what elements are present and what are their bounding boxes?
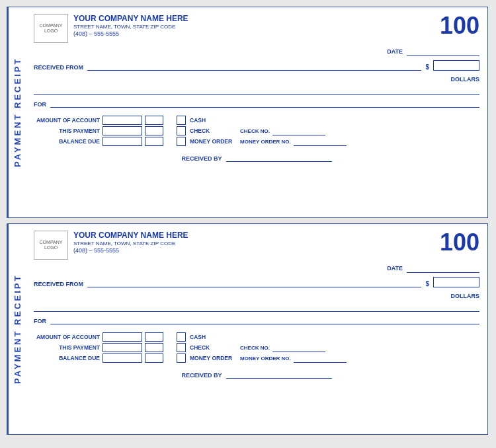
logo-line1-1: COMPANY	[40, 240, 63, 245]
pm-extra-input-1-1[interactable]	[272, 343, 325, 352]
pm-checkbox-0-0[interactable]	[177, 116, 186, 125]
acct-label-1-0: AMOUNT OF ACCOUNT	[34, 334, 100, 340]
acct-box-0-2[interactable]	[103, 137, 142, 146]
pm-label-1-2: MONEY ORDER	[190, 355, 236, 361]
company-phone-1: (408) – 555-5555	[73, 247, 188, 254]
for-input-0[interactable]	[50, 98, 479, 108]
pm-label-0-0: CASH	[190, 117, 236, 124]
logo-box-0: COMPANY LOGO	[34, 14, 68, 43]
received-from-label-1: RECEIVED FROM	[34, 281, 83, 287]
company-name-1: YOUR COMPANY NAME HERE	[73, 231, 188, 240]
logo-line2-0: LOGO	[44, 28, 58, 34]
dollars-label-row-1: DOLLARS	[34, 289, 479, 301]
for-row-1: FOR	[34, 315, 479, 324]
acct-box-0-1[interactable]	[103, 126, 142, 135]
acct-box2-0-1[interactable]	[145, 126, 163, 135]
acct-box-1-0[interactable]	[103, 332, 142, 342]
received-from-input-1[interactable]	[87, 278, 421, 287]
dollars-label-1: DOLLARS	[451, 293, 480, 299]
pm-checkbox-1-0[interactable]	[177, 332, 186, 342]
pm-extra-input-0-2[interactable]	[294, 137, 347, 146]
receipt-body-1: COMPANY LOGO YOUR COMPANY NAME HERE STRE…	[26, 224, 487, 434]
acct-box2-1-1[interactable]	[145, 343, 163, 352]
pm-extra-1-1: CHECK NO.	[240, 343, 325, 352]
pm-checkbox-0-1[interactable]	[177, 126, 186, 135]
receipts-container: PAYMENT RECEIPT COMPANY LOGO YOUR COMPAN…	[7, 7, 489, 435]
bottom-section-0: AMOUNT OF ACCOUNT THIS PAYMENT BALANCE	[34, 116, 479, 146]
received-by-input-0[interactable]	[226, 153, 332, 162]
pm-checkbox-1-2[interactable]	[177, 354, 186, 363]
dollar-sign-1: $	[425, 280, 429, 287]
acct-box-0-0[interactable]	[103, 116, 142, 125]
account-row-0-1: THIS PAYMENT	[34, 126, 163, 135]
header-row-1: COMPANY LOGO YOUR COMPANY NAME HERE STRE…	[34, 231, 479, 260]
account-row-1-0: AMOUNT OF ACCOUNT	[34, 332, 163, 342]
pm-extra-input-1-2[interactable]	[294, 354, 347, 363]
received-by-label-1: RECEIVED BY	[181, 372, 222, 379]
pm-row-1-2: MONEY ORDER MONEY ORDER NO.	[177, 354, 347, 363]
received-by-row-1: RECEIVED BY	[34, 369, 479, 379]
receipt-1: PAYMENT RECEIPT COMPANY LOGO YOUR COMPAN…	[7, 7, 488, 218]
logo-line2-1: LOGO	[44, 245, 58, 250]
account-row-1-2: BALANCE DUE	[34, 354, 163, 363]
pm-label-0-1: CHECK	[190, 128, 236, 134]
pm-row-0-1: CHECK CHECK NO.	[177, 126, 347, 135]
company-name-0: YOUR COMPANY NAME HERE	[73, 14, 188, 23]
account-table-1: AMOUNT OF ACCOUNT THIS PAYMENT BALANCE	[34, 332, 163, 363]
for-row-0: FOR	[34, 98, 479, 108]
dollars-label-row-0: DOLLARS	[34, 72, 479, 84]
pm-extra-input-0-1[interactable]	[272, 126, 325, 135]
logo-box-1: COMPANY LOGO	[34, 231, 68, 260]
received-from-row-0: RECEIVED FROM $	[34, 60, 479, 71]
acct-label-0-0: AMOUNT OF ACCOUNT	[34, 117, 100, 124]
received-by-input-1[interactable]	[226, 369, 332, 379]
received-from-label-0: RECEIVED FROM	[34, 64, 83, 71]
account-row-0-2: BALANCE DUE	[34, 137, 163, 146]
company-info-0: YOUR COMPANY NAME HERE STREET NAME, TOWN…	[73, 14, 188, 37]
pm-label-1-1: CHECK	[190, 344, 236, 351]
company-address-0: STREET NAME, TOWN, STATE ZIP CODE	[73, 24, 188, 30]
pm-row-1-0: CASH	[177, 332, 347, 342]
logo-line1-0: COMPANY	[40, 23, 63, 28]
company-phone-0: (408) – 555-5555	[73, 30, 188, 37]
date-label-0: DATE	[387, 48, 403, 55]
pm-row-0-2: MONEY ORDER MONEY ORDER NO.	[177, 137, 347, 146]
acct-box-1-1[interactable]	[103, 343, 142, 352]
received-from-input-0[interactable]	[87, 61, 421, 71]
pm-extra-0-2: MONEY ORDER NO.	[240, 137, 347, 146]
pm-checkbox-0-2[interactable]	[177, 137, 186, 146]
full-line-1	[34, 303, 479, 312]
acct-box-1-2[interactable]	[103, 354, 142, 363]
received-by-label-0: RECEIVED BY	[181, 155, 222, 162]
pm-label-1-0: CASH	[190, 334, 236, 340]
amount-input-1[interactable]	[433, 277, 479, 287]
amount-input-0[interactable]	[433, 60, 479, 71]
header-row-0: COMPANY LOGO YOUR COMPANY NAME HERE STRE…	[34, 14, 479, 43]
pm-label-0-2: MONEY ORDER	[190, 138, 236, 145]
for-input-1[interactable]	[50, 315, 479, 324]
receipt-body-0: COMPANY LOGO YOUR COMPANY NAME HERE STRE…	[26, 7, 487, 217]
date-input-1[interactable]	[407, 264, 479, 273]
pm-extra-label-0-2: MONEY ORDER NO.	[240, 139, 291, 145]
pm-row-0-0: CASH	[177, 116, 347, 125]
received-from-row-1: RECEIVED FROM $	[34, 277, 479, 287]
pm-extra-0-1: CHECK NO.	[240, 126, 325, 135]
date-input-0[interactable]	[407, 47, 479, 56]
receipt-2: PAYMENT RECEIPT COMPANY LOGO YOUR COMPAN…	[7, 223, 488, 435]
pm-checkbox-1-1[interactable]	[177, 343, 186, 352]
acct-box2-1-2[interactable]	[145, 354, 163, 363]
for-label-1: FOR	[34, 318, 46, 324]
side-label-1: PAYMENT RECEIPT	[7, 224, 26, 434]
company-address-1: STREET NAME, TOWN, STATE ZIP CODE	[73, 241, 188, 246]
account-table-0: AMOUNT OF ACCOUNT THIS PAYMENT BALANCE	[34, 116, 163, 146]
acct-box2-0-0[interactable]	[145, 116, 163, 125]
account-row-0-0: AMOUNT OF ACCOUNT	[34, 116, 163, 125]
acct-label-1-2: BALANCE DUE	[34, 355, 100, 361]
for-label-0: FOR	[34, 101, 46, 108]
date-label-1: DATE	[387, 265, 403, 272]
pm-extra-label-1-2: MONEY ORDER NO.	[240, 355, 291, 361]
acct-box2-1-0[interactable]	[145, 332, 163, 342]
dollar-sign-0: $	[425, 63, 429, 71]
account-row-1-1: THIS PAYMENT	[34, 343, 163, 352]
acct-box2-0-2[interactable]	[145, 137, 163, 146]
